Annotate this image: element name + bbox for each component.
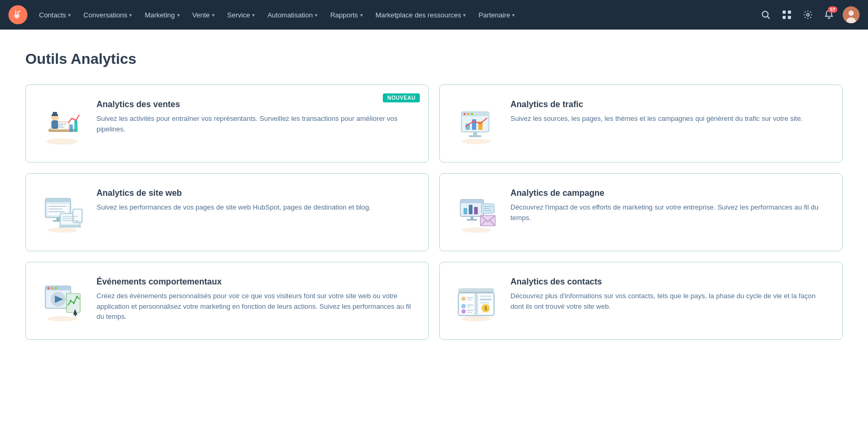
notifications-button[interactable]: 57 (819, 5, 838, 24)
card-content-ventes: Analytics des ventes Suivez les activité… (97, 100, 413, 134)
grid-apps-button[interactable] (777, 5, 796, 24)
chevron-icon: ▾ (360, 12, 363, 18)
svg-rect-59 (474, 207, 478, 214)
card-desc-campagne: Découvrez l'impact de vos efforts de mar… (510, 202, 827, 223)
card-desc-trafic: Suivez les sources, les pages, les thème… (510, 113, 827, 124)
svg-rect-4 (783, 11, 786, 14)
card-title-campagne: Analytics de campagne (510, 188, 827, 198)
card-content-site-web: Analytics de site web Suivez les perform… (97, 188, 413, 213)
svg-rect-7 (788, 16, 791, 19)
svg-point-30 (471, 113, 473, 115)
svg-rect-22 (74, 120, 78, 132)
svg-marker-66 (485, 213, 487, 215)
nav-item-contacts[interactable]: Contacts ▾ (34, 8, 76, 22)
nav-item-vente[interactable]: Vente ▾ (187, 8, 220, 22)
svg-point-8 (807, 14, 809, 16)
svg-point-93 (461, 309, 466, 314)
svg-rect-57 (464, 208, 467, 214)
nav-item-rapports[interactable]: Rapports ▾ (325, 8, 368, 22)
card-analytics-contacts[interactable]: $ Analytics des contacts Découvrez plus … (439, 262, 843, 340)
svg-point-82 (461, 316, 491, 321)
card-analytics-ventes[interactable]: Analytics des ventes Suivez les activité… (25, 84, 429, 163)
notification-badge: 57 (828, 6, 837, 13)
website-analytics-icon (38, 188, 86, 236)
svg-rect-60 (470, 216, 474, 219)
nav-item-service[interactable]: Service ▾ (222, 8, 260, 22)
card-analytics-trafic[interactable]: Analytics de trafic Suivez les sources, … (439, 84, 843, 163)
card-analytics-campagne[interactable]: Analytics de campagne Découvrez l'impact… (439, 173, 843, 251)
svg-rect-47 (59, 226, 81, 227)
top-navigation: Contacts ▾ Conversations ▾ Marketing ▾ V… (0, 0, 868, 30)
svg-rect-58 (469, 205, 472, 214)
nav-right-controls: 57 (756, 5, 860, 24)
contacts-analytics-icon: $ (452, 277, 500, 325)
card-title-site-web: Analytics de site web (97, 188, 413, 198)
svg-point-73 (47, 287, 50, 289)
svg-point-28 (464, 113, 466, 115)
svg-rect-21 (70, 125, 73, 132)
svg-point-75 (55, 287, 57, 289)
svg-rect-61 (467, 219, 477, 221)
svg-point-90 (461, 304, 466, 308)
chevron-icon: ▾ (68, 12, 71, 18)
svg-point-0 (8, 5, 27, 24)
card-title-evenements: Événements comportementaux (97, 277, 413, 287)
svg-point-25 (461, 139, 491, 144)
card-content-trafic: Analytics de trafic Suivez les sources, … (510, 100, 827, 124)
svg-point-50 (77, 221, 79, 223)
svg-point-70 (47, 316, 77, 321)
page-title: Outils Analytics (25, 51, 843, 68)
settings-button[interactable] (798, 5, 817, 24)
card-title-trafic: Analytics de trafic (510, 100, 827, 109)
svg-rect-34 (473, 132, 477, 135)
sales-analytics-icon (38, 100, 86, 147)
svg-text:$: $ (484, 306, 487, 311)
analytics-cards-grid: Analytics des ventes Suivez les activité… (25, 84, 843, 340)
chevron-icon: ▾ (129, 12, 132, 18)
main-content: Outils Analytics (0, 30, 868, 427)
svg-point-74 (51, 287, 53, 289)
card-content-campagne: Analytics de campagne Découvrez l'impact… (510, 188, 827, 223)
card-evenements-comportementaux[interactable]: Événements comportementaux Créez des évé… (25, 262, 429, 340)
svg-rect-96 (480, 296, 491, 297)
svg-point-79 (70, 300, 72, 302)
user-avatar[interactable] (843, 6, 860, 23)
chevron-icon: ▾ (212, 12, 215, 18)
nav-item-automatisation[interactable]: Automatisation ▾ (262, 8, 323, 22)
chevron-icon: ▾ (315, 12, 317, 18)
svg-rect-20 (52, 120, 58, 129)
campaign-analytics-icon (452, 188, 500, 236)
svg-rect-32 (472, 119, 476, 130)
card-desc-ventes: Suivez les activités pour entraîner vos … (97, 113, 413, 134)
svg-point-54 (461, 227, 491, 233)
svg-line-3 (767, 16, 769, 18)
svg-rect-101 (458, 288, 494, 293)
chevron-icon: ▾ (463, 12, 466, 18)
svg-point-29 (467, 113, 469, 115)
card-analytics-site-web[interactable]: Analytics de site web Suivez les perform… (25, 173, 429, 251)
chevron-icon: ▾ (512, 12, 515, 18)
svg-rect-35 (469, 135, 481, 137)
svg-rect-49 (74, 210, 81, 221)
card-desc-evenements: Créez des événements personnalisés pour … (97, 291, 413, 322)
traffic-analytics-icon (452, 100, 500, 147)
card-title-contacts: Analytics des contacts (510, 277, 827, 287)
card-desc-contacts: Découvrez plus d'informations sur vos co… (510, 291, 827, 311)
card-title-ventes: Analytics des ventes (97, 100, 413, 109)
card-content-evenements: Événements comportementaux Créez des évé… (97, 277, 413, 322)
behavioral-events-icon (38, 277, 86, 325)
svg-rect-43 (56, 217, 60, 220)
svg-rect-6 (783, 16, 786, 19)
svg-point-10 (848, 11, 854, 16)
nav-item-partenaire[interactable]: Partenaire ▾ (473, 8, 520, 22)
new-badge: NOUVEAU (383, 93, 420, 102)
svg-point-1 (16, 15, 18, 17)
search-button[interactable] (756, 5, 775, 24)
nav-item-conversations[interactable]: Conversations ▾ (78, 8, 137, 22)
svg-rect-38 (45, 198, 71, 202)
svg-point-36 (47, 227, 77, 233)
svg-point-12 (46, 138, 78, 145)
hubspot-logo[interactable] (8, 5, 27, 24)
nav-item-marketplace[interactable]: Marketplace des ressources ▾ (370, 8, 471, 22)
nav-item-marketing[interactable]: Marketing ▾ (139, 8, 185, 22)
